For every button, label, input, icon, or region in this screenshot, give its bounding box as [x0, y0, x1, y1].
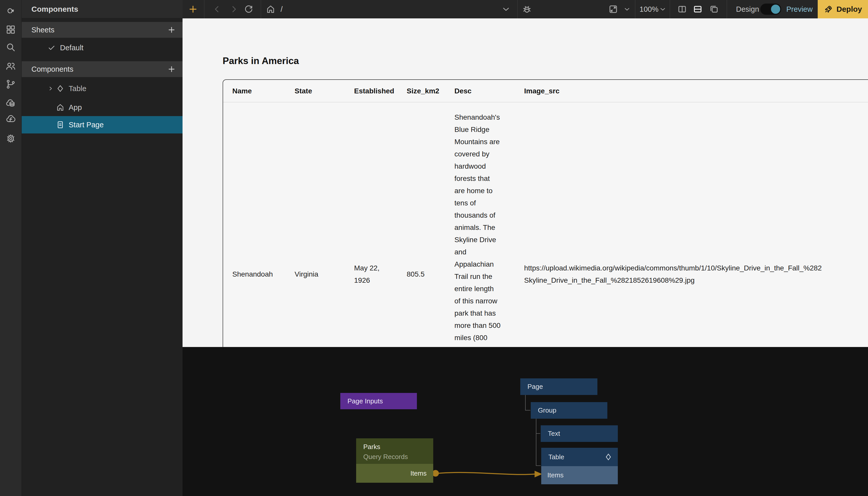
- design-mode-label: Design: [736, 0, 759, 18]
- split-rows-icon[interactable]: [693, 0, 703, 18]
- deploy-label: Deploy: [836, 5, 862, 14]
- components-section-header: Components: [22, 61, 183, 77]
- toggle-knob: [771, 4, 780, 14]
- windows-overlap-icon[interactable]: [709, 0, 719, 18]
- refresh-button[interactable]: [244, 0, 254, 18]
- graph-node-page[interactable]: Page: [520, 378, 597, 395]
- top-toolbar: / 100% Design: [183, 0, 868, 18]
- deploy-button[interactable]: Deploy: [818, 0, 868, 18]
- cell-state: Virginia: [294, 268, 318, 280]
- graph-node-page-inputs[interactable]: Page Inputs: [340, 393, 417, 409]
- users-icon[interactable]: [5, 61, 16, 72]
- sheet-item-label: Default: [60, 44, 83, 52]
- node-label: Page Inputs: [348, 397, 383, 405]
- component-diamond-icon: [604, 453, 613, 461]
- split-columns-icon[interactable]: [677, 0, 687, 18]
- add-component-button[interactable]: [167, 65, 176, 74]
- cloud-functions-icon[interactable]: [5, 113, 16, 124]
- parks-items-output[interactable]: Items: [356, 464, 433, 483]
- toolbar-separator: [635, 0, 636, 18]
- fit-screen-icon[interactable]: [608, 0, 618, 18]
- node-label: Group: [538, 406, 556, 414]
- app-window: Components Sheets Default Components: [0, 0, 868, 496]
- parks-table-component[interactable]: Name State Established Size_km2 Desc Ima…: [223, 79, 868, 347]
- home-page-button[interactable]: [266, 0, 275, 18]
- graph-node-table[interactable]: Table: [541, 448, 618, 466]
- toolbar-separator: [261, 0, 261, 18]
- column-header-established[interactable]: Established: [354, 87, 394, 95]
- cell-desc: Shenandoah's Blue Ridge Mountains are co…: [454, 111, 516, 347]
- home-icon: [56, 103, 65, 112]
- column-header-size-km2[interactable]: Size_km2: [407, 87, 439, 95]
- toolbar-separator: [204, 0, 204, 18]
- rocket-icon: [824, 4, 833, 14]
- tree-item-table[interactable]: Table: [22, 81, 183, 96]
- zoom-dropdown-chevron-icon[interactable]: [659, 0, 667, 18]
- sheet-item-default[interactable]: Default: [22, 40, 183, 55]
- graph-connectors: [183, 347, 868, 496]
- tree-item-app[interactable]: App: [22, 100, 183, 115]
- node-label: Items: [410, 469, 427, 477]
- toolbar-separator: [727, 0, 727, 18]
- settings-gear-icon[interactable]: [5, 133, 16, 144]
- tree-item-label: Start Page: [69, 121, 104, 129]
- app-logo-icon[interactable]: [5, 4, 16, 15]
- check-icon: [47, 43, 56, 52]
- tree-item-label: Table: [69, 84, 86, 93]
- graph-node-text[interactable]: Text: [541, 425, 618, 442]
- design-preview-toggle[interactable]: [760, 3, 781, 15]
- back-button[interactable]: [212, 0, 222, 18]
- page-dropdown-chevron-icon[interactable]: [501, 0, 511, 18]
- query-name: Parks: [363, 443, 433, 451]
- search-icon[interactable]: [5, 42, 16, 52]
- cell-name: Shenandoah: [232, 268, 273, 280]
- add-element-button[interactable]: [188, 0, 198, 18]
- fit-dropdown-chevron-icon[interactable]: [623, 0, 631, 18]
- node-label: Page: [528, 383, 543, 391]
- graph-node-group[interactable]: Group: [531, 402, 607, 419]
- data-flow-panel[interactable]: Page Inputs Page Group Text Table Items …: [183, 347, 868, 496]
- component-diamond-icon: [56, 84, 65, 93]
- column-header-name[interactable]: Name: [232, 87, 252, 95]
- components-section-label: Components: [31, 65, 73, 74]
- node-label: Items: [547, 471, 564, 479]
- toolbar-separator: [670, 0, 670, 18]
- page-file-icon: [56, 121, 65, 129]
- table-header-row: Name State Established Size_km2 Desc Ima…: [223, 80, 868, 102]
- git-branch-icon[interactable]: [5, 79, 16, 90]
- sheets-section-header: Sheets: [22, 22, 183, 38]
- design-canvas[interactable]: Parks in America Name State Established …: [183, 18, 868, 347]
- items-binding-wire: [438, 472, 535, 475]
- column-header-state[interactable]: State: [294, 87, 312, 95]
- data-sources-icon[interactable]: [5, 98, 16, 108]
- graph-node-parks-query[interactable]: Parks Query Records Items: [356, 438, 433, 483]
- sidebar: Components Sheets Default Components: [22, 0, 183, 496]
- tree-item-label: App: [69, 103, 82, 112]
- zoom-level[interactable]: 100%: [640, 0, 658, 18]
- graph-node-table-items[interactable]: Items: [541, 466, 618, 484]
- toolbar-separator: [517, 0, 518, 18]
- forward-button[interactable]: [229, 0, 239, 18]
- page-path: /: [280, 0, 283, 18]
- sidebar-title: Components: [22, 0, 183, 18]
- cell-established: May 22, 1926: [354, 262, 380, 286]
- cell-size-km2: 805.5: [407, 268, 425, 280]
- column-header-desc[interactable]: Desc: [454, 87, 472, 95]
- debug-bug-icon[interactable]: [522, 0, 532, 18]
- column-header-image-src[interactable]: Image_src: [524, 87, 560, 95]
- canvas-heading-text[interactable]: Parks in America: [223, 56, 299, 66]
- icon-rail: [0, 0, 22, 496]
- sheets-section-label: Sheets: [31, 26, 55, 34]
- dashboard-icon[interactable]: [5, 24, 16, 35]
- query-type: Query Records: [363, 453, 433, 461]
- node-label: Table: [548, 453, 564, 461]
- add-sheet-button[interactable]: [167, 26, 176, 34]
- tree-item-start-page[interactable]: Start Page: [22, 116, 183, 134]
- node-label: Text: [548, 430, 560, 437]
- preview-mode-label[interactable]: Preview: [786, 0, 812, 18]
- parks-query-header: Parks Query Records: [356, 438, 433, 464]
- cell-image-src: https://upload.wikimedia.org/wikipedia/c…: [524, 262, 868, 286]
- chevron-right-icon[interactable]: [47, 85, 54, 92]
